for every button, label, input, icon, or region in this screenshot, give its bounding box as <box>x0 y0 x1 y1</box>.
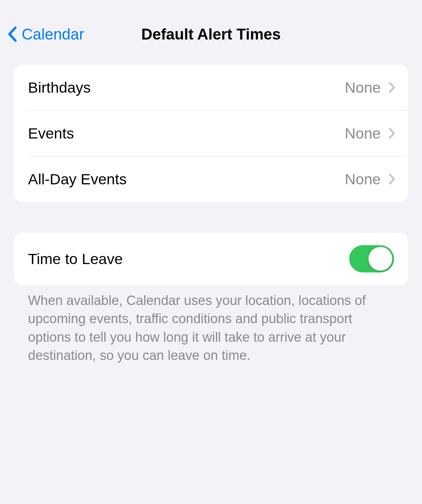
nav-bar: Calendar Default Alert Times <box>0 0 422 49</box>
back-button[interactable]: Calendar <box>7 26 84 43</box>
events-row[interactable]: Events None <box>14 111 408 156</box>
row-value: None <box>345 171 381 188</box>
time-to-leave-group: Time to Leave <box>14 233 408 285</box>
time-to-leave-toggle[interactable] <box>349 245 394 272</box>
chevron-left-icon <box>7 26 17 42</box>
row-value: None <box>345 79 381 96</box>
alert-times-group: Birthdays None Events None <box>14 65 408 202</box>
row-label: Events <box>28 125 74 142</box>
row-label: Time to Leave <box>28 250 123 268</box>
all-day-events-row[interactable]: All-Day Events None <box>14 156 408 202</box>
chevron-right-icon <box>388 173 395 185</box>
time-to-leave-row: Time to Leave <box>14 233 408 285</box>
row-label: All-Day Events <box>28 171 127 188</box>
birthdays-row[interactable]: Birthdays None <box>14 65 408 110</box>
row-label: Birthdays <box>28 79 91 96</box>
chevron-right-icon <box>388 82 395 93</box>
chevron-right-icon <box>388 128 395 139</box>
back-label: Calendar <box>22 26 84 43</box>
time-to-leave-footer: When available, Calendar uses your locat… <box>14 285 408 365</box>
toggle-knob <box>368 247 392 271</box>
row-value: None <box>345 125 381 142</box>
